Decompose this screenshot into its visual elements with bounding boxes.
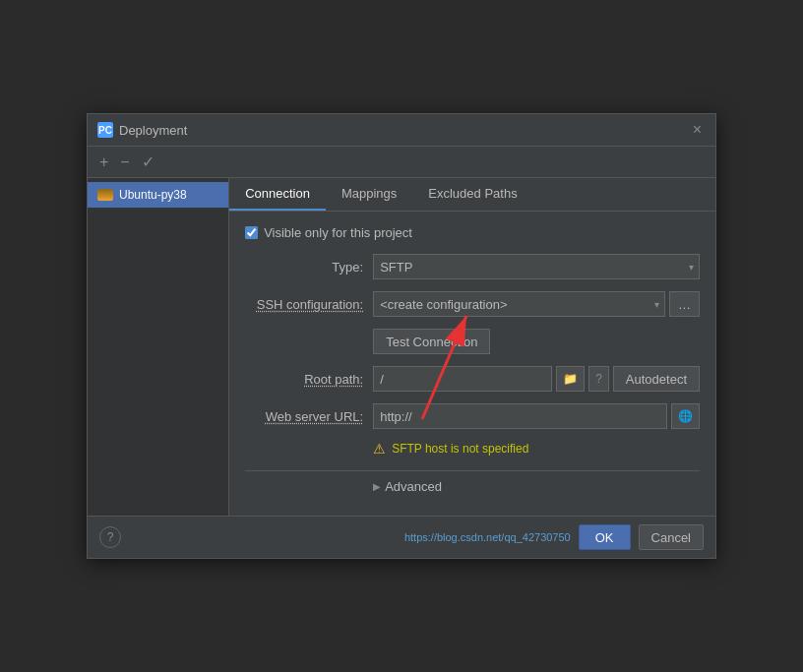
root-path-input[interactable]: / [373,366,552,392]
tab-mappings[interactable]: Mappings [326,178,412,211]
ok-button[interactable]: OK [579,524,631,550]
dialog-title: Deployment [119,123,187,138]
root-path-row: Root path: / 📁 ? Autodetect [245,366,700,392]
sidebar: Ubuntu-py38 [88,178,229,516]
root-path-control: / 📁 ? Autodetect [373,366,700,392]
deployment-dialog: PC Deployment × + − ✓ Ubuntu-py38 Connec… [87,113,716,559]
help-button[interactable]: ? [99,526,121,548]
folder-icon: 📁 [563,372,578,386]
sidebar-item-label: Ubuntu-py38 [119,188,187,202]
ssh-config-select-wrapper: <create configuration> ▾ [373,291,665,317]
warning-text: SFTP host is not specified [392,442,528,456]
visible-project-checkbox[interactable] [245,226,258,239]
footer: ? https://blog.csdn.net/qq_42730750 OK C… [88,516,715,558]
advanced-label: Advanced [385,479,442,494]
separator [245,470,700,471]
warning-row: ⚠ SFTP host is not specified [245,441,700,457]
footer-url: https://blog.csdn.net/qq_42730750 [404,531,571,543]
tab-excluded-paths[interactable]: Excluded Paths [412,178,532,211]
root-path-folder-button[interactable]: 📁 [556,366,585,392]
autodetect-button[interactable]: Autodetect [613,366,700,392]
check-button[interactable]: ✓ [138,151,158,173]
visible-project-row: Visible only for this project [245,225,700,240]
web-server-globe-button[interactable]: 🌐 [671,403,700,429]
visible-project-label[interactable]: Visible only for this project [264,225,412,240]
sidebar-item-ubuntu[interactable]: Ubuntu-py38 [88,182,228,208]
main-content: Ubuntu-py38 Connection Mappings Excluded… [88,178,715,516]
type-label: Type: [245,260,373,275]
warning-icon: ⚠ [373,441,386,457]
help-circle-icon: ? [595,372,602,386]
ssh-config-select[interactable]: <create configuration> [373,291,665,317]
footer-right: https://blog.csdn.net/qq_42730750 OK Can… [404,524,704,550]
type-row: Type: SFTP FTP Local or mounted folder ▾ [245,254,700,279]
globe-icon: 🌐 [678,409,693,423]
ssh-config-row: SSH configuration: <create configuration… [245,291,700,317]
app-icon: PC [97,122,113,138]
root-path-help-button[interactable]: ? [588,366,609,392]
server-icon [97,189,113,201]
remove-button[interactable]: − [116,152,133,173]
add-button[interactable]: + [95,152,112,173]
footer-left: ? [99,526,121,548]
tabs: Connection Mappings Excluded Paths [229,178,715,212]
right-panel: Connection Mappings Excluded Paths Visib… [229,178,715,516]
type-control: SFTP FTP Local or mounted folder ▾ [373,254,700,279]
web-server-url-label: Web server URL: [245,409,373,424]
connection-panel: Visible only for this project Type: SFTP… [229,212,715,516]
ssh-config-dots-button[interactable]: … [669,291,700,317]
title-bar: PC Deployment × [88,114,715,147]
type-select-wrapper: SFTP FTP Local or mounted folder ▾ [373,254,700,279]
advanced-chevron-icon: ▶ [373,481,381,492]
advanced-row[interactable]: ▶ Advanced [245,479,700,494]
close-button[interactable]: × [689,120,706,140]
web-server-url-row: Web server URL: 🌐 [245,403,700,429]
type-select[interactable]: SFTP FTP Local or mounted folder [373,254,700,279]
ssh-config-control: <create configuration> ▾ … [373,291,700,317]
cancel-button[interactable]: Cancel [639,524,704,550]
test-connection-row: Test Connection [245,329,700,354]
tab-connection[interactable]: Connection [229,178,326,211]
web-server-url-input[interactable] [373,403,667,429]
test-connection-button[interactable]: Test Connection [373,329,490,354]
toolbar: + − ✓ [88,147,715,178]
ssh-config-label: SSH configuration: [245,297,373,312]
title-bar-left: PC Deployment [97,122,187,138]
web-server-url-control: 🌐 [373,403,700,429]
root-path-label: Root path: [245,372,373,387]
